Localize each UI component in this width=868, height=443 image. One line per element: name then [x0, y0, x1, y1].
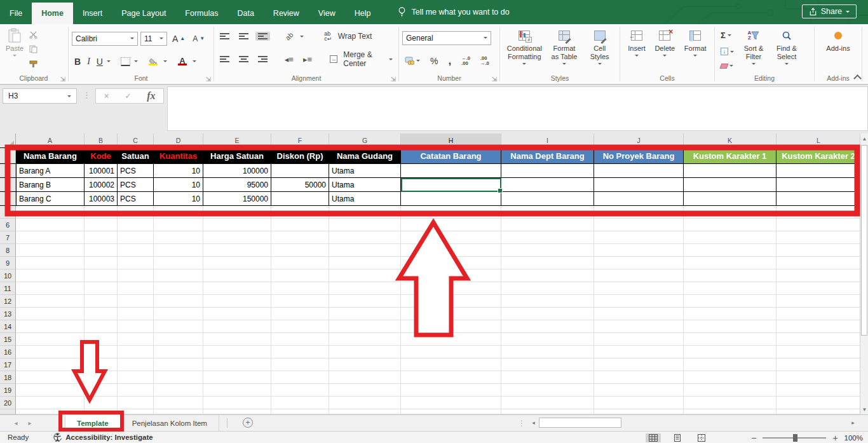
- menu-tab-page-layout[interactable]: Page Layout: [112, 3, 175, 24]
- menu-tab-help[interactable]: Help: [345, 3, 381, 24]
- underline-button[interactable]: U: [94, 55, 105, 68]
- comma-style-button[interactable]: ,: [445, 53, 454, 69]
- cell-E4[interactable]: 150000: [203, 192, 271, 205]
- row-header-19[interactable]: 19: [0, 384, 16, 397]
- cell-C6[interactable]: [118, 219, 154, 231]
- cell-K10[interactable]: [684, 269, 776, 282]
- cell-L4[interactable]: [776, 192, 861, 205]
- cell-I12[interactable]: [501, 295, 594, 308]
- menu-tab-insert[interactable]: Insert: [73, 3, 112, 24]
- cell-G13[interactable]: [329, 308, 401, 320]
- cell-I11[interactable]: [501, 282, 594, 295]
- scroll-up-button[interactable]: ▲: [860, 133, 868, 144]
- cell-D15[interactable]: [154, 333, 203, 346]
- alignment-dialog-launcher[interactable]: ⇲: [391, 76, 396, 83]
- enter-button[interactable]: ✓: [125, 92, 131, 100]
- align-center-button[interactable]: [236, 55, 251, 64]
- cell-J4[interactable]: [594, 192, 684, 205]
- cell-C11[interactable]: [118, 282, 154, 295]
- cell-D4[interactable]: 10: [154, 192, 203, 205]
- cell-J3[interactable]: [594, 178, 684, 191]
- cell-H19[interactable]: [401, 384, 501, 397]
- cell-D3[interactable]: 10: [154, 178, 203, 191]
- column-header-H[interactable]: H: [401, 133, 501, 147]
- cell-G15[interactable]: [329, 333, 401, 346]
- align-bottom-button[interactable]: [255, 32, 270, 41]
- cell-L19[interactable]: [776, 384, 861, 397]
- cell-J19[interactable]: [594, 384, 684, 397]
- cell-I13[interactable]: [501, 308, 594, 320]
- cell-I6[interactable]: [501, 219, 594, 231]
- font-size-select[interactable]: 11: [140, 32, 167, 46]
- row-header-15[interactable]: 15: [0, 333, 16, 346]
- cell-F14[interactable]: [271, 320, 329, 333]
- select-all-button[interactable]: [0, 133, 16, 147]
- cell-B11[interactable]: [85, 282, 118, 295]
- cell-B15[interactable]: [85, 333, 118, 346]
- sheet-tab-penjelasan-kolom-item[interactable]: Penjelasan Kolom Item: [121, 415, 219, 431]
- cell-K20[interactable]: [684, 397, 776, 409]
- cancel-button[interactable]: ×: [104, 91, 109, 101]
- cell-J11[interactable]: [594, 282, 684, 295]
- cell-B14[interactable]: [85, 320, 118, 333]
- insert-cells-button[interactable]: ← Insert: [625, 27, 649, 72]
- cell-F7[interactable]: [271, 231, 329, 244]
- cell-H12[interactable]: [401, 295, 501, 308]
- decrease-font-button[interactable]: A▼: [190, 33, 207, 44]
- number-dialog-launcher[interactable]: ⇲: [492, 76, 497, 83]
- cell-E3[interactable]: 95000: [203, 178, 271, 191]
- cell-C17[interactable]: [118, 358, 154, 371]
- header-cell-K1[interactable]: Kustom Karakter 1: [684, 148, 776, 163]
- column-header-A[interactable]: A: [16, 133, 85, 147]
- cell-J18[interactable]: [594, 371, 684, 384]
- percent-style-button[interactable]: %: [428, 55, 440, 67]
- cell-I19[interactable]: [501, 384, 594, 397]
- sort-filter-button[interactable]: AZ Sort & Filter: [738, 27, 770, 72]
- cell-B16[interactable]: [85, 346, 118, 358]
- cell-J15[interactable]: [594, 333, 684, 346]
- cell-A2[interactable]: Barang A: [16, 164, 85, 177]
- autosum-button[interactable]: Σ: [718, 29, 736, 41]
- cell-A12[interactable]: [16, 295, 85, 308]
- normal-view-button[interactable]: [646, 433, 661, 442]
- row-header[interactable]: [0, 409, 16, 414]
- cell-C9[interactable]: [118, 257, 154, 269]
- cell-G19[interactable]: [329, 384, 401, 397]
- cell-L9[interactable]: [776, 257, 861, 269]
- cell-H8[interactable]: [401, 244, 501, 257]
- cell-K11[interactable]: [684, 282, 776, 295]
- cell-E8[interactable]: [203, 244, 271, 257]
- cell-E5[interactable]: [203, 206, 271, 219]
- cell-B8[interactable]: [85, 244, 118, 257]
- column-header-C[interactable]: C: [118, 133, 154, 147]
- cell-A9[interactable]: [16, 257, 85, 269]
- cell-C8[interactable]: [118, 244, 154, 257]
- cell-F15[interactable]: [271, 333, 329, 346]
- cell-L5[interactable]: [776, 206, 861, 219]
- column-header-D[interactable]: D: [154, 133, 203, 147]
- cell-G9[interactable]: [329, 257, 401, 269]
- cell-E19[interactable]: [203, 384, 271, 397]
- row-header-14[interactable]: 14: [0, 320, 16, 333]
- cell-F6[interactable]: [271, 219, 329, 231]
- cell-C2[interactable]: PCS: [118, 164, 154, 177]
- cell-H6[interactable]: [401, 219, 501, 231]
- cell-K4[interactable]: [684, 192, 776, 205]
- accessibility-status[interactable]: Accessibility: Investigate: [53, 433, 153, 442]
- cell-D17[interactable]: [154, 358, 203, 371]
- menu-tab-review[interactable]: Review: [264, 3, 309, 24]
- accounting-format-button[interactable]: [402, 55, 423, 66]
- format-cells-button[interactable]: Format: [681, 27, 710, 72]
- cell-C20[interactable]: [118, 397, 154, 409]
- row-header[interactable]: [0, 148, 16, 163]
- cell-E10[interactable]: [203, 269, 271, 282]
- cell-D18[interactable]: [154, 371, 203, 384]
- formula-bar-grip[interactable]: ⋮: [83, 90, 91, 100]
- increase-font-button[interactable]: A▲: [170, 32, 187, 45]
- cell-B5[interactable]: [85, 206, 118, 219]
- cell-B19[interactable]: [85, 384, 118, 397]
- addins-button[interactable]: Add-ins: [823, 27, 853, 72]
- hscroll-grip[interactable]: ⋮: [518, 419, 526, 428]
- cell-I4[interactable]: [501, 192, 594, 205]
- new-sheet-button[interactable]: +: [243, 418, 253, 428]
